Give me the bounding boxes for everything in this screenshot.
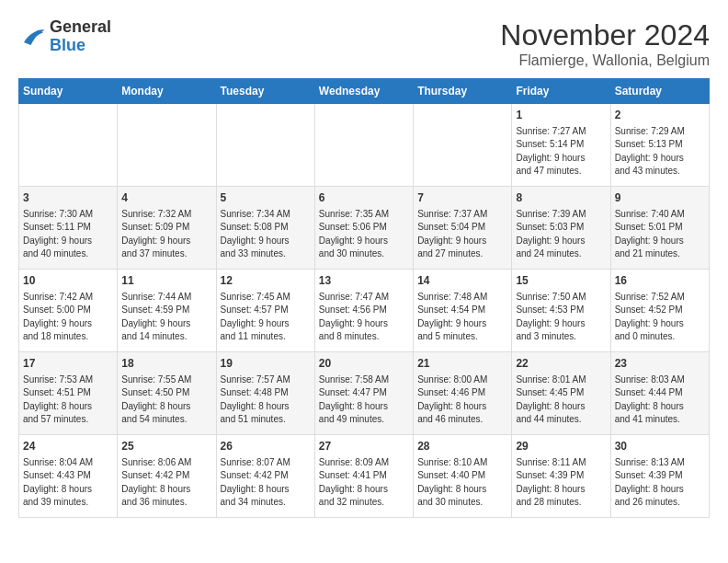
calendar-cell: 23Sunrise: 8:03 AMSunset: 4:44 PMDayligh… bbox=[610, 352, 709, 435]
header-thursday: Thursday bbox=[414, 79, 512, 104]
day-number: 7 bbox=[417, 190, 507, 206]
calendar-cell: 27Sunrise: 8:09 AMSunset: 4:41 PMDayligh… bbox=[314, 435, 413, 518]
day-info: Sunrise: 7:52 AMSunset: 4:52 PMDaylight:… bbox=[615, 291, 705, 344]
logo: General Blue bbox=[18, 18, 111, 55]
day-info: Sunrise: 8:13 AMSunset: 4:39 PMDaylight:… bbox=[615, 456, 705, 510]
day-info: Sunrise: 8:01 AMSunset: 4:45 PMDaylight:… bbox=[516, 373, 606, 427]
calendar-cell: 25Sunrise: 8:06 AMSunset: 4:42 PMDayligh… bbox=[118, 435, 216, 518]
day-info: Sunrise: 8:09 AMSunset: 4:41 PMDaylight:… bbox=[319, 456, 409, 510]
day-number: 14 bbox=[417, 273, 507, 289]
calendar-cell: 15Sunrise: 7:50 AMSunset: 4:53 PMDayligh… bbox=[512, 270, 610, 352]
calendar-cell: 9Sunrise: 7:40 AMSunset: 5:01 PMDaylight… bbox=[610, 187, 709, 270]
day-number: 5 bbox=[221, 190, 311, 206]
day-info: Sunrise: 7:42 AMSunset: 5:00 PMDaylight:… bbox=[23, 291, 113, 344]
header-monday: Monday bbox=[118, 79, 216, 104]
calendar-cell: 13Sunrise: 7:47 AMSunset: 4:56 PMDayligh… bbox=[314, 270, 413, 352]
calendar-cell: 2Sunrise: 7:29 AMSunset: 5:13 PMDaylight… bbox=[610, 104, 709, 187]
day-info: Sunrise: 7:34 AMSunset: 5:08 PMDaylight:… bbox=[221, 208, 311, 261]
day-info: Sunrise: 8:11 AMSunset: 4:39 PMDaylight:… bbox=[516, 456, 606, 510]
day-number: 24 bbox=[23, 439, 113, 454]
calendar-cell: 5Sunrise: 7:34 AMSunset: 5:08 PMDaylight… bbox=[216, 187, 314, 270]
day-info: Sunrise: 7:55 AMSunset: 4:50 PMDaylight:… bbox=[121, 373, 211, 427]
calendar-cell: 21Sunrise: 8:00 AMSunset: 4:46 PMDayligh… bbox=[414, 352, 512, 435]
day-info: Sunrise: 7:30 AMSunset: 5:11 PMDaylight:… bbox=[23, 208, 113, 261]
calendar-cell: 4Sunrise: 7:32 AMSunset: 5:09 PMDaylight… bbox=[118, 187, 216, 270]
calendar-week-5: 24Sunrise: 8:04 AMSunset: 4:43 PMDayligh… bbox=[19, 435, 710, 518]
day-info: Sunrise: 8:06 AMSunset: 4:42 PMDaylight:… bbox=[121, 456, 211, 510]
day-number: 19 bbox=[221, 356, 311, 372]
day-info: Sunrise: 7:27 AMSunset: 5:14 PMDaylight:… bbox=[516, 125, 606, 178]
calendar-week-3: 10Sunrise: 7:42 AMSunset: 5:00 PMDayligh… bbox=[19, 270, 710, 352]
day-number: 26 bbox=[221, 439, 311, 454]
calendar-cell: 7Sunrise: 7:37 AMSunset: 5:04 PMDaylight… bbox=[414, 187, 512, 270]
header: General Blue November 2024 Flamierge, Wa… bbox=[18, 18, 710, 69]
calendar-cell: 10Sunrise: 7:42 AMSunset: 5:00 PMDayligh… bbox=[19, 270, 118, 352]
day-info: Sunrise: 7:40 AMSunset: 5:01 PMDaylight:… bbox=[615, 208, 705, 261]
calendar-week-1: 1Sunrise: 7:27 AMSunset: 5:14 PMDaylight… bbox=[19, 104, 710, 187]
calendar-cell: 20Sunrise: 7:58 AMSunset: 4:47 PMDayligh… bbox=[314, 352, 413, 435]
day-info: Sunrise: 7:58 AMSunset: 4:47 PMDaylight:… bbox=[319, 373, 409, 427]
day-info: Sunrise: 7:32 AMSunset: 5:09 PMDaylight:… bbox=[121, 208, 211, 261]
day-number: 22 bbox=[516, 356, 606, 372]
header-saturday: Saturday bbox=[610, 79, 709, 104]
day-number: 8 bbox=[516, 190, 606, 206]
day-info: Sunrise: 8:04 AMSunset: 4:43 PMDaylight:… bbox=[23, 456, 113, 510]
calendar-week-4: 17Sunrise: 7:53 AMSunset: 4:51 PMDayligh… bbox=[19, 352, 710, 435]
day-info: Sunrise: 7:29 AMSunset: 5:13 PMDaylight:… bbox=[615, 125, 705, 178]
calendar-cell: 26Sunrise: 8:07 AMSunset: 4:42 PMDayligh… bbox=[216, 435, 314, 518]
day-number: 21 bbox=[417, 356, 507, 372]
day-number: 29 bbox=[516, 439, 606, 454]
day-number: 16 bbox=[615, 273, 705, 289]
calendar-cell bbox=[314, 104, 413, 187]
calendar-cell: 11Sunrise: 7:44 AMSunset: 4:59 PMDayligh… bbox=[118, 270, 216, 352]
header-wednesday: Wednesday bbox=[314, 79, 413, 104]
logo-text: General Blue bbox=[50, 18, 111, 55]
calendar-cell bbox=[19, 104, 118, 187]
day-info: Sunrise: 7:39 AMSunset: 5:03 PMDaylight:… bbox=[516, 208, 606, 261]
day-info: Sunrise: 7:35 AMSunset: 5:06 PMDaylight:… bbox=[319, 208, 409, 261]
day-info: Sunrise: 7:57 AMSunset: 4:48 PMDaylight:… bbox=[221, 373, 311, 427]
calendar-cell: 14Sunrise: 7:48 AMSunset: 4:54 PMDayligh… bbox=[414, 270, 512, 352]
day-number: 3 bbox=[23, 190, 113, 206]
day-number: 18 bbox=[121, 356, 211, 372]
calendar-cell: 29Sunrise: 8:11 AMSunset: 4:39 PMDayligh… bbox=[512, 435, 610, 518]
title-section: November 2024 Flamierge, Wallonia, Belgi… bbox=[500, 18, 710, 69]
day-number: 12 bbox=[221, 273, 311, 289]
calendar-cell: 22Sunrise: 8:01 AMSunset: 4:45 PMDayligh… bbox=[512, 352, 610, 435]
day-info: Sunrise: 8:10 AMSunset: 4:40 PMDaylight:… bbox=[417, 456, 507, 510]
header-friday: Friday bbox=[512, 79, 610, 104]
day-number: 20 bbox=[319, 356, 409, 372]
day-info: Sunrise: 7:45 AMSunset: 4:57 PMDaylight:… bbox=[221, 291, 311, 344]
calendar-cell: 24Sunrise: 8:04 AMSunset: 4:43 PMDayligh… bbox=[19, 435, 118, 518]
day-number: 6 bbox=[319, 190, 409, 206]
calendar-cell: 6Sunrise: 7:35 AMSunset: 5:06 PMDaylight… bbox=[314, 187, 413, 270]
calendar-cell: 30Sunrise: 8:13 AMSunset: 4:39 PMDayligh… bbox=[610, 435, 709, 518]
day-number: 9 bbox=[615, 190, 705, 206]
day-number: 11 bbox=[121, 273, 211, 289]
day-info: Sunrise: 7:50 AMSunset: 4:53 PMDaylight:… bbox=[516, 291, 606, 344]
day-info: Sunrise: 7:47 AMSunset: 4:56 PMDaylight:… bbox=[319, 291, 409, 344]
day-number: 1 bbox=[516, 108, 606, 123]
header-tuesday: Tuesday bbox=[216, 79, 314, 104]
calendar-cell: 12Sunrise: 7:45 AMSunset: 4:57 PMDayligh… bbox=[216, 270, 314, 352]
calendar-week-2: 3Sunrise: 7:30 AMSunset: 5:11 PMDaylight… bbox=[19, 187, 710, 270]
month-title: November 2024 bbox=[500, 18, 710, 52]
day-info: Sunrise: 7:53 AMSunset: 4:51 PMDaylight:… bbox=[23, 373, 113, 427]
day-number: 27 bbox=[319, 439, 409, 454]
calendar-cell: 3Sunrise: 7:30 AMSunset: 5:11 PMDaylight… bbox=[19, 187, 118, 270]
day-number: 23 bbox=[615, 356, 705, 372]
calendar-cell: 18Sunrise: 7:55 AMSunset: 4:50 PMDayligh… bbox=[118, 352, 216, 435]
day-number: 25 bbox=[121, 439, 211, 454]
day-number: 15 bbox=[516, 273, 606, 289]
day-number: 17 bbox=[23, 356, 113, 372]
calendar-cell bbox=[118, 104, 216, 187]
calendar-cell: 28Sunrise: 8:10 AMSunset: 4:40 PMDayligh… bbox=[414, 435, 512, 518]
day-info: Sunrise: 7:48 AMSunset: 4:54 PMDaylight:… bbox=[417, 291, 507, 344]
day-info: Sunrise: 8:03 AMSunset: 4:44 PMDaylight:… bbox=[615, 373, 705, 427]
calendar-cell bbox=[216, 104, 314, 187]
day-info: Sunrise: 7:44 AMSunset: 4:59 PMDaylight:… bbox=[121, 291, 211, 344]
day-info: Sunrise: 8:00 AMSunset: 4:46 PMDaylight:… bbox=[417, 373, 507, 427]
calendar-header-row: SundayMondayTuesdayWednesdayThursdayFrid… bbox=[19, 79, 710, 104]
calendar-table: SundayMondayTuesdayWednesdayThursdayFrid… bbox=[18, 78, 710, 518]
calendar-cell: 8Sunrise: 7:39 AMSunset: 5:03 PMDaylight… bbox=[512, 187, 610, 270]
